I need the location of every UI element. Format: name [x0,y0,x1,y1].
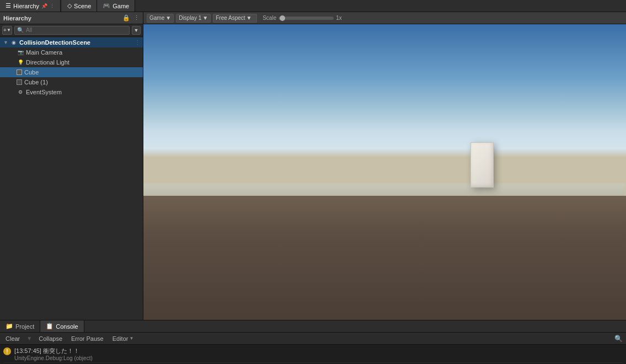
hierarchy-item-main-camera[interactable]: 📷 Main Camera [0,47,143,57]
editor-label: Editor [113,335,129,342]
hierarchy-search-icon: 🔍 [17,27,24,33]
top-tab-bar: ☰ Hierarchy 📌 ⋮ ◇ Scene 🎮 Game [0,0,626,12]
project-tab-label: Project [15,323,34,330]
scene-tab-label: Scene [74,3,91,9]
console-content: ! [13:57:45] 衝突した！！ UnityEngine.Debug:Lo… [0,345,626,364]
light-icon: 💡 [17,58,24,66]
display-dropdown-arrow: ▼ [202,15,208,21]
tab-console[interactable]: 📋 Console [40,320,84,332]
cube-3d-object [470,142,494,188]
hierarchy-tab-icon: ☰ [6,2,11,9]
log-icon: ! [3,347,11,355]
console-tab-icon: 📋 [46,323,53,330]
cube1-icon [17,79,22,85]
eventsystem-name: EventSystem [26,89,62,95]
camera-name: Main Camera [26,49,62,56]
display-dropdown[interactable]: Display 1 ▼ [176,14,211,23]
cube-icon [17,69,22,75]
hierarchy-header-left: Hierarchy [3,15,31,22]
scene-icon: ◉ [10,39,18,46]
add-dropdown-arrow: ▼ [7,28,11,33]
scene-arrow: ▼ [3,40,10,45]
hierarchy-item-cube-1[interactable]: Cube (1) [0,77,143,87]
game-toolbar: Game ▼ Display 1 ▼ Free Aspect ▼ Scale 1… [143,12,626,24]
bottom-panel: 📁 Project 📋 Console Clear ▼ Collapse Err… [0,320,626,364]
scene-name: CollisionDetectionScene [19,39,90,46]
console-tab-label: Console [56,323,78,330]
hierarchy-tab-menu[interactable]: ⋮ [50,3,55,9]
hierarchy-item-scene[interactable]: ▼ ◉ CollisionDetectionScene ⋮ [0,38,143,47]
scale-value: 1x [336,15,342,21]
hierarchy-add-button[interactable]: + ▼ [2,26,12,35]
tab-game[interactable]: 🎮 Game [97,0,135,12]
game-tab-icon: 🎮 [103,2,110,9]
hierarchy-menu-icon[interactable]: ⋮ [133,14,140,22]
hierarchy-list: ▼ ◉ CollisionDetectionScene ⋮ 📷 Main Cam… [0,36,143,320]
toolbar-divider-1: ▼ [26,335,32,341]
scene-tab-icon: ◇ [67,2,72,9]
game-dropdown[interactable]: Game ▼ [147,14,174,23]
console-search-icon[interactable]: 🔍 [614,335,623,342]
hierarchy-filter-button[interactable]: ▼ [132,26,141,35]
camera-icon: 📷 [17,49,24,56]
clear-button[interactable]: Clear [3,335,22,342]
collapse-button[interactable]: Collapse [36,335,65,342]
log-text: [13:57:45] 衝突した！！ [14,347,93,355]
tab-project[interactable]: 📁 Project [0,320,40,332]
project-tab-icon: 📁 [6,323,13,330]
aspect-dropdown[interactable]: Free Aspect ▼ [213,14,257,23]
hierarchy-toolbar: + ▼ 🔍 ▼ [0,24,143,36]
game-tab-label: Game [113,3,129,9]
log-entry-0[interactable]: ! [13:57:45] 衝突した！！ UnityEngine.Debug:Lo… [3,346,623,363]
console-tab-bar: 📁 Project 📋 Console [0,320,626,333]
display-label: Display 1 [179,15,201,21]
console-toolbar: Clear ▼ Collapse Error Pause Editor ▼ 🔍 [0,333,626,345]
tab-hierarchy[interactable]: ☰ Hierarchy 📌 ⋮ [0,0,61,12]
sky-background [143,24,626,202]
ground-plane [143,196,626,320]
scene-kebab[interactable]: ⋮ [135,39,141,46]
hierarchy-lock-icon[interactable]: 🔒 [122,14,130,22]
scale-label: Scale [263,15,276,21]
hierarchy-panel-header: Hierarchy 🔒 ⋮ [0,12,143,24]
game-panel: Game ▼ Display 1 ▼ Free Aspect ▼ Scale 1… [143,12,626,320]
cube-name: Cube [24,69,39,76]
log-message-block: [13:57:45] 衝突した！！ UnityEngine.Debug:Log … [14,347,93,361]
hierarchy-search-input[interactable] [26,27,127,33]
log-sub-message: UnityEngine.Debug:Log (object) [14,355,93,361]
error-pause-button[interactable]: Error Pause [69,335,106,342]
light-name: Directional Light [26,59,69,66]
editor-arrow: ▼ [129,336,133,341]
scale-control: Scale 1x [259,15,342,21]
hierarchy-item-cube[interactable]: Cube [0,67,143,77]
log-message: 衝突した！！ [43,347,79,354]
log-timestamp: [13:57:45] [14,347,41,354]
scale-thumb[interactable] [280,15,285,21]
aspect-label: Free Aspect [216,15,245,21]
eventsystem-icon: ⚙ [17,88,24,96]
game-dropdown-arrow: ▼ [165,15,171,21]
hierarchy-item-eventsystem[interactable]: ⚙ EventSystem [0,87,143,97]
main-layout: Hierarchy 🔒 ⋮ + ▼ 🔍 ▼ ▼ [0,12,626,320]
hierarchy-tab-label: Hierarchy [13,3,39,9]
hierarchy-search-box: 🔍 [14,26,130,35]
aspect-dropdown-arrow: ▼ [247,15,252,21]
hierarchy-item-directional-light[interactable]: 💡 Directional Light [0,57,143,67]
editor-dropdown[interactable]: Editor ▼ [110,335,136,342]
hierarchy-tab-pin: 📌 [41,3,47,9]
cube1-name: Cube (1) [24,79,48,85]
game-label: Game [149,15,164,21]
scale-track[interactable] [279,17,334,20]
tab-scene[interactable]: ◇ Scene [62,0,97,12]
hierarchy-header-icons: 🔒 ⋮ [122,14,140,22]
hierarchy-panel: Hierarchy 🔒 ⋮ + ▼ 🔍 ▼ ▼ [0,12,143,320]
game-view-canvas [143,24,626,320]
hierarchy-title: Hierarchy [3,15,31,22]
